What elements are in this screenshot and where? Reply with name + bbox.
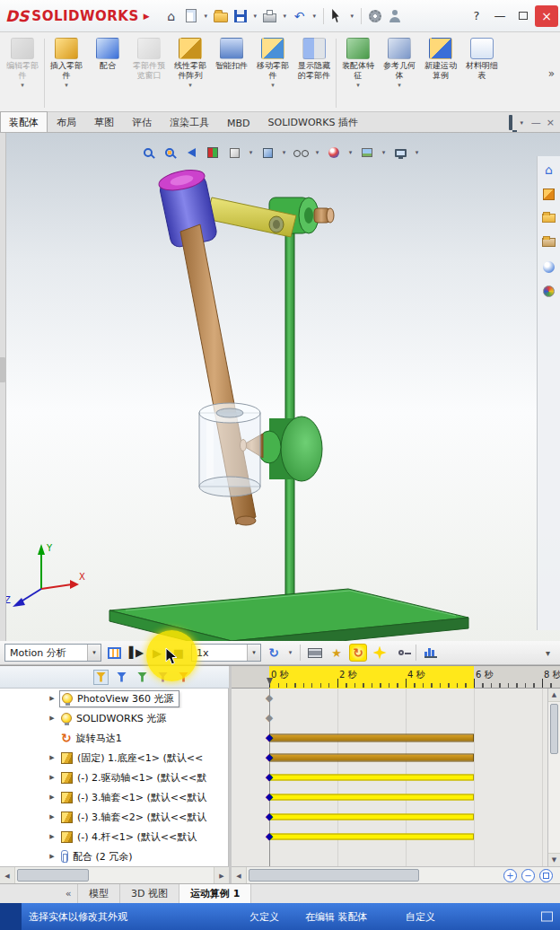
study-type-select[interactable]: Motion 分析 ▾ [4,644,101,662]
tab-assembly[interactable]: 装配体 [0,111,48,132]
timeline-bar-yellow[interactable] [269,794,474,801]
doc-tab-motion-study-1[interactable]: 运动算例 1 [179,884,251,903]
view-settings-button[interactable] [391,144,409,162]
tree-item-part-rod[interactable]: ▶(-) 4.杆<1> (默认<<默认 [0,827,229,847]
edit-component-button[interactable]: 编辑零部件▾ [2,35,43,111]
display-pane-button[interactable] [509,117,512,128]
new-document-button[interactable] [182,5,200,27]
task-pane-home-button[interactable]: ⌂ [541,162,557,178]
expand-arrow-icon[interactable]: ▶ [45,813,59,820]
tree-item-part-bushing-2[interactable]: ▶(-) 3.轴套<2> (默认<<默认 [0,807,229,827]
chevron-down-icon[interactable]: ▾ [313,149,321,156]
stop-button[interactable]: ■ [170,644,188,662]
insert-component-button[interactable]: 插入零部件▾ [46,35,87,111]
logo-expand-icon[interactable]: ▶ [144,12,150,21]
scroll-up-button[interactable]: ▲ [548,689,560,702]
design-library-button[interactable] [541,210,557,226]
playback-mode-button[interactable]: ↻ [265,644,283,662]
zoom-area-button[interactable] [161,144,179,162]
view-orientation-button[interactable] [225,144,243,162]
tab-sketch[interactable]: 草图 [85,111,123,132]
tab-layout[interactable]: 布局 [48,111,85,132]
chevron-down-icon[interactable]: ▾ [286,649,294,656]
assembly-features-button[interactable]: 装配体特征▾ [337,35,379,111]
keyframe-diamond[interactable]: ◆ [266,812,273,821]
scroll-thumb[interactable] [550,704,558,754]
tree-item-mates[interactable]: ▶配合 (2 冗余) [0,847,229,866]
help-button[interactable]: ? [465,5,488,27]
chevron-down-icon[interactable]: ▾ [413,149,421,156]
save-button[interactable] [232,5,249,27]
open-button[interactable] [212,5,230,27]
timeline-row[interactable]: ◆ [232,827,560,847]
show-hidden-button[interactable]: 显示隐藏的零部件 [293,35,335,111]
scroll-left-button[interactable]: ◀ [0,867,15,884]
timeline-row[interactable]: ◆ [232,807,560,827]
timeline-bar-yellow[interactable] [269,775,474,781]
timeline-row[interactable] [232,847,560,866]
play-from-start-button[interactable]: ▌▶ [127,644,144,662]
tab-evaluate[interactable]: 评估 [123,111,161,132]
dropdown-caret-icon[interactable]: ▾ [356,82,360,89]
linear-pattern-button[interactable]: 线性零部件阵列▾ [170,35,211,111]
expand-arrow-icon[interactable]: ▶ [45,774,59,781]
maximize-button[interactable] [512,5,535,27]
base-plate[interactable] [109,589,468,641]
tab-mbd[interactable]: MBD [218,113,259,132]
minimize-button[interactable]: — [488,5,512,27]
tab-addins[interactable]: SOLIDWORKS 插件 [259,111,367,132]
tree-item-part-drive-shaft[interactable]: ▶(-) 2.驱动轴<1> (默认<<默 [0,768,229,787]
keyframe-diamond[interactable]: ◆ [266,733,273,742]
new-motion-study-button[interactable]: 新建运动算例 [420,35,461,111]
statusbar-resize-icon[interactable] [541,912,553,922]
filter-all-button[interactable] [93,670,109,685]
scroll-down-button[interactable]: ▼ [548,853,560,866]
tree-item-solidworks-lights[interactable]: ▶SOLIDWORKS 光源 [0,708,229,728]
view-palette-button[interactable] [541,259,557,275]
section-view-button[interactable] [204,144,222,162]
file-explorer-button[interactable] [541,234,557,250]
home-button[interactable]: ⌂ [162,5,180,27]
timeline-vertical-scrollbar[interactable]: ▲ ▼ [547,689,560,866]
timeline-ruler[interactable]: 0 秒2 秒4 秒6 秒8 秒 [232,666,560,689]
filter-driving-button[interactable] [135,670,150,685]
tree-item-part-bushing-1[interactable]: ▶(-) 3.轴套<1> (默认<<默认 [0,787,229,807]
graphics-viewport[interactable]: Y X Z ▾ ▾ ▾ ▾ ▾ ▾ ⌂ [0,133,560,641]
display-style-button[interactable] [258,144,276,162]
timeline-row[interactable]: ◆ [232,748,560,768]
scroll-right-button[interactable]: ▶ [214,867,229,884]
timeline-bar-yellow[interactable] [269,834,474,840]
chevron-down-icon[interactable]: ▾ [346,149,354,156]
timeline-bar-gold[interactable] [269,754,474,762]
timeline-row[interactable]: ◆ [232,708,560,728]
keyframe-diamond[interactable]: ◆ [266,772,273,782]
smart-fasteners-button[interactable]: 智能扣件 [211,35,252,111]
chevron-down-icon[interactable]: ▾ [247,645,260,661]
edit-appearance-button[interactable] [325,144,343,162]
chevron-down-icon[interactable]: ▾ [202,13,210,20]
chevron-down-icon[interactable]: ▾ [247,149,255,156]
tab-render-tools[interactable]: 渲染工具 [161,111,218,132]
chevron-down-icon[interactable]: ▾ [348,13,356,20]
glass-bushing[interactable] [199,403,260,496]
login-button[interactable] [386,5,404,27]
timeline-row[interactable]: ◆ [232,787,560,807]
filter-results-button[interactable] [176,670,191,685]
autokey-button[interactable] [371,644,389,662]
options-button[interactable] [366,5,384,27]
tree-item-rotary-motor[interactable]: ↻旋转马达1 [0,728,229,748]
scroll-left-button[interactable]: ◀ [232,867,247,884]
expand-arrow-icon[interactable]: ▶ [45,754,59,761]
collapse-motionmanager-button[interactable]: ▾ [540,648,556,658]
timeline-bar-gold[interactable] [269,734,474,742]
close-pane-button[interactable]: × [547,117,555,128]
expand-arrow-icon[interactable]: ▶ [45,833,59,840]
custom-status[interactable]: 自定义 [406,910,435,924]
tree-horizontal-scrollbar[interactable]: ◀ ▶ [0,866,229,884]
chevron-down-icon[interactable]: ▾ [251,13,259,20]
motor-button[interactable]: ↻ [349,644,367,662]
results-plots-button[interactable] [422,644,440,662]
save-animation-button[interactable] [306,644,324,662]
timeline-row[interactable]: ◆ [232,689,560,708]
component-preview-button[interactable]: 零部件预览窗口 [128,35,170,111]
